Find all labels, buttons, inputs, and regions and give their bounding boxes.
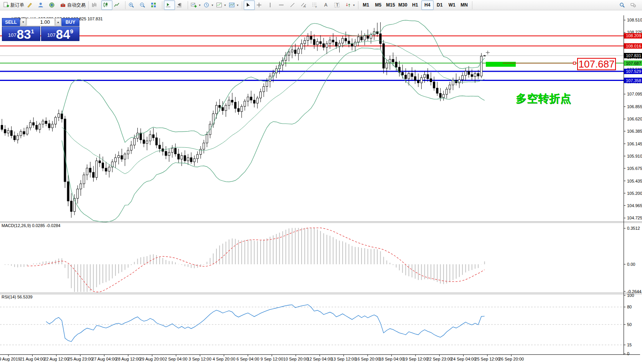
tf-h1-button[interactable]: H1: [409, 0, 421, 10]
toolbar-group-chart-types: [90, 0, 124, 10]
buy-button[interactable]: BUY: [61, 18, 79, 26]
trendline-button[interactable]: [288, 0, 299, 10]
metaeditor-button[interactable]: [25, 0, 36, 10]
svg-text:104.725: 104.725: [627, 216, 642, 220]
tf-m15-button[interactable]: M15: [385, 0, 397, 10]
svg-text:9 Sep 12:00: 9 Sep 12:00: [261, 357, 283, 361]
autoscroll-icon: [165, 2, 171, 8]
tf-m30-button[interactable]: M30: [397, 0, 409, 10]
indicators-list-button[interactable]: ▼: [215, 0, 228, 10]
svg-text:A: A: [324, 2, 327, 8]
svg-text:19 Aug 2019: 19 Aug 2019: [0, 357, 20, 361]
periods-button[interactable]: ▼: [202, 0, 215, 10]
fibonacci-retracement-button[interactable]: F: [310, 0, 322, 10]
search-button[interactable]: [618, 0, 629, 10]
price-annotation-box[interactable]: 107.687: [577, 58, 616, 70]
sell-price-sup: 1: [31, 28, 34, 35]
equidistant-channel-button[interactable]: E: [299, 0, 310, 10]
toolbar-separator: [162, 1, 162, 9]
horizontal-line-button[interactable]: [277, 0, 288, 10]
line-chart-button[interactable]: [112, 0, 124, 10]
svg-text:50: 50: [627, 322, 632, 327]
tf-h4-button[interactable]: H4: [421, 0, 434, 10]
volume-input[interactable]: 1.00: [26, 18, 55, 26]
new-chart-button[interactable]: ▼: [190, 0, 202, 10]
sell-price-button[interactable]: 107831: [2, 26, 40, 41]
toolbox-icon: [60, 2, 66, 8]
zoom-out-button[interactable]: [138, 0, 149, 10]
svg-text:106.620: 106.620: [627, 117, 642, 121]
svg-text:106.385: 106.385: [627, 129, 642, 133]
tf-m5-label: M5: [375, 2, 381, 8]
text-button[interactable]: A: [322, 0, 333, 10]
template-icon: [229, 2, 235, 8]
crosshair-button[interactable]: [255, 0, 266, 10]
svg-text:29 Aug 20:00: 29 Aug 20:00: [140, 357, 165, 361]
svg-text:F: F: [315, 6, 317, 8]
cursor-icon: [245, 2, 251, 8]
fibo-icon: F: [312, 2, 318, 8]
chart-canvas[interactable]: 108.510108.275108.040107.800107.565107.3…: [0, 0, 642, 364]
cursor-button[interactable]: [244, 0, 255, 10]
turning-point-label[interactable]: 多空转折点: [516, 91, 571, 106]
svg-text:25 Sep 12:00: 25 Sep 12:00: [475, 357, 500, 361]
bar-chart-button[interactable]: [90, 0, 101, 10]
svg-text:3 Sep 12:00: 3 Sep 12:00: [189, 357, 211, 361]
chart-plus-icon: [191, 2, 197, 8]
sell-button[interactable]: SELL: [2, 18, 20, 26]
candlestick-chart-button[interactable]: [101, 0, 112, 10]
volume-decrease-button[interactable]: ▼: [20, 18, 26, 26]
person-icon: [38, 2, 44, 8]
highlight-rectangle[interactable]: [486, 62, 516, 67]
svg-text:108.016: 108.016: [626, 44, 641, 48]
volume-increase-button[interactable]: ▲: [55, 18, 61, 26]
tile-windows-button[interactable]: [149, 0, 160, 10]
auto-trading-label: 自动交易: [67, 2, 86, 8]
svg-text:105.200: 105.200: [627, 191, 642, 196]
svg-text:T: T: [336, 3, 338, 7]
templates-button[interactable]: ▼: [228, 0, 240, 10]
svg-text:25 Aug 23:00: 25 Aug 23:00: [68, 357, 93, 361]
bars-icon: [91, 2, 97, 8]
price-axis-labels: 108.209108.016107.687107.529107.358107.8…: [624, 33, 642, 83]
profile-button[interactable]: [36, 0, 48, 10]
toolbar-group-new-objects: ▼▼▼▼: [190, 0, 240, 10]
tf-d1-button[interactable]: D1: [434, 0, 446, 10]
svg-text:100: 100: [627, 293, 634, 298]
svg-text:10 Sep 20:00: 10 Sep 20:00: [283, 357, 308, 361]
chart-shift-button[interactable]: [175, 0, 186, 10]
zoom-in-button[interactable]: [127, 0, 138, 10]
svg-text:105.435: 105.435: [627, 179, 642, 183]
svg-text:107.687: 107.687: [626, 61, 641, 66]
toolbar-separator: [242, 1, 242, 9]
vertical-line-button[interactable]: [266, 0, 277, 10]
market-signals-button[interactable]: [48, 0, 59, 10]
candlesticks: [1, 22, 486, 218]
tf-mn-button[interactable]: MN: [458, 0, 470, 10]
text-label-button[interactable]: T: [333, 0, 344, 10]
vline-icon: [267, 2, 273, 8]
toolbar-separator: [188, 1, 188, 9]
indicator-icon: [216, 2, 222, 8]
buy-price-button[interactable]: 107849: [41, 26, 79, 41]
auto-trading-button[interactable]: 自动交易: [59, 0, 87, 10]
svg-text:28 Aug 12:00: 28 Aug 12:00: [116, 357, 141, 361]
clock-icon: [203, 2, 210, 8]
sell-price-big: 83: [17, 30, 31, 40]
arrow-objects-button[interactable]: ▼: [344, 0, 356, 10]
new-order-button[interactable]: 新订单: [2, 0, 25, 10]
level-lines[interactable]: [0, 36, 624, 80]
tf-w1-button[interactable]: W1: [446, 0, 458, 10]
toolbar-group-scroll: [164, 0, 186, 10]
tf-m1-button[interactable]: M1: [360, 0, 372, 10]
zoom-in-icon: [128, 2, 134, 8]
tf-mn-label: MN: [460, 2, 468, 8]
auto-scroll-button[interactable]: [164, 0, 175, 10]
svg-text:108.510: 108.510: [627, 18, 642, 22]
svg-text:104.965: 104.965: [627, 203, 642, 208]
new-order-label: 新订单: [10, 2, 24, 8]
svg-text:106.145: 106.145: [627, 142, 642, 146]
tf-m5-button[interactable]: M5: [372, 0, 385, 10]
community-chat-button[interactable]: [629, 0, 640, 10]
arrows-icon: [345, 2, 351, 8]
